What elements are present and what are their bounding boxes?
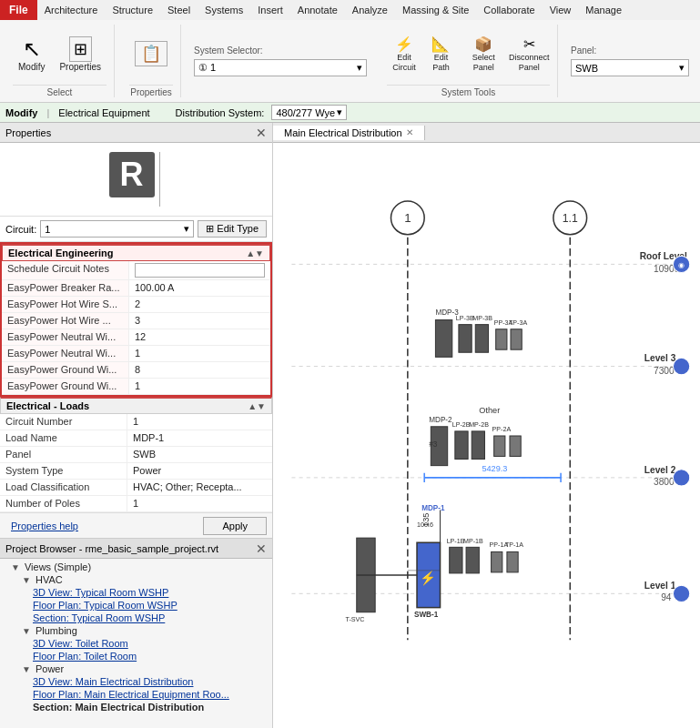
- tree-item-power[interactable]: ▼ Power: [0, 662, 272, 675]
- drawing-tab-bar: Main Electrical Distribution ✕: [273, 123, 700, 143]
- svg-text:3800: 3800: [654, 477, 675, 487]
- context-category: Electrical Equipment: [58, 107, 149, 118]
- properties-close[interactable]: ✕: [256, 126, 267, 140]
- prop-value-5: 8: [129, 362, 270, 378]
- context-separator: |: [46, 107, 49, 118]
- panel-value: SWB: [575, 63, 598, 74]
- tree-item-hvac[interactable]: ▼ HVAC: [0, 573, 272, 586]
- edit-path-icon: 📐: [431, 35, 450, 53]
- system-selector-box[interactable]: ① 1 ▾: [194, 59, 367, 76]
- tree-item-hvac-3d[interactable]: 3D View: Typical Room WSHP: [0, 586, 272, 599]
- svg-text:Level 3: Level 3: [644, 353, 676, 363]
- svg-rect-24: [435, 320, 451, 358]
- svg-rect-43: [510, 436, 521, 456]
- tree-item-hvac-section[interactable]: Section: Typical Room WSHP: [0, 612, 272, 624]
- prop-name-1: EasyPower Hot Wire S...: [2, 297, 129, 312]
- drawing-tab[interactable]: Main Electrical Distribution ✕: [273, 126, 425, 140]
- svg-text:TP-3A: TP-3A: [509, 319, 527, 327]
- circuit-select[interactable]: 1 ▾: [40, 220, 194, 238]
- tree-item-power-3d[interactable]: 3D View: Main Electrical Distribution: [0, 675, 272, 688]
- tree-item-hvac-floor[interactable]: Floor Plan: Typical Room WSHP: [0, 599, 272, 612]
- menu-steel[interactable]: Steel: [160, 0, 198, 20]
- select-section-label: Select: [13, 85, 107, 97]
- drawing-tab-label: Main Electrical Distribution: [284, 127, 402, 138]
- properties-help-link[interactable]: Properties help: [5, 519, 84, 533]
- disconnect-panel-icon: ✂: [523, 35, 535, 53]
- menu-view[interactable]: View: [543, 0, 579, 20]
- schedule-circuit-value[interactable]: [129, 261, 270, 279]
- modify-button[interactable]: ↖ Modify: [13, 33, 50, 76]
- dist-select[interactable]: 480/277 Wye ▾: [271, 105, 347, 120]
- menu-structure[interactable]: Structure: [105, 0, 160, 20]
- edit-circuit-icon: ⚡: [395, 35, 413, 53]
- electrical-eng-title: Electrical Engineering: [8, 248, 114, 258]
- tree-item-plumbing-floor[interactable]: Floor Plan: Toilet Room: [0, 650, 272, 662]
- tree-item-power-floor[interactable]: Floor Plan: Main Electrical Equipment Ro…: [0, 688, 272, 701]
- power-toggle: ▼: [22, 664, 31, 674]
- drawing-canvas[interactable]: 1 1.1 Roof Level 10900 ◉ Level 3 7300 Le…: [273, 143, 700, 728]
- menu-collaborate[interactable]: Collaborate: [476, 0, 542, 20]
- svg-text:TP-1A: TP-1A: [505, 541, 523, 549]
- file-menu[interactable]: File: [0, 0, 37, 20]
- properties-group-label: Properties: [129, 85, 173, 97]
- prop-row-1: EasyPower Hot Wire S... 2: [2, 297, 270, 313]
- load-prop-name-2: Panel: [0, 447, 127, 462]
- menu-systems[interactable]: Systems: [198, 0, 250, 20]
- menu-manage[interactable]: Manage: [578, 0, 629, 20]
- tree-item-plumbing[interactable]: ▼ Plumbing: [0, 624, 272, 637]
- tree-item-plumbing-3d[interactable]: 3D View: Toilet Room: [0, 637, 272, 650]
- tree-item-views[interactable]: ▼ Views (Simple): [0, 561, 272, 573]
- browser-close[interactable]: ✕: [256, 541, 267, 556]
- tree-item-power-section[interactable]: Section: Main Electrical Distribution: [0, 701, 272, 713]
- svg-text:Level 2: Level 2: [644, 465, 676, 475]
- menu-insert[interactable]: Insert: [250, 0, 290, 20]
- properties-content: R Circuit: 1 ▾ ⊞ Edit Type Electrical En…: [0, 143, 272, 538]
- ribbon-group-system-tools: ⚡ EditCircuit 📐 Edit Path 📦 Select Panel…: [380, 25, 558, 97]
- edit-type-button[interactable]: ⊞ Edit Type: [198, 220, 267, 238]
- drawing-tab-close[interactable]: ✕: [406, 127, 413, 137]
- panel-select[interactable]: SWB ▾: [571, 59, 689, 76]
- select-panel-icon: 📦: [474, 35, 492, 53]
- select-panel-button[interactable]: 📦 Select Panel: [461, 34, 507, 75]
- menu-massing[interactable]: Massing & Site: [395, 0, 476, 20]
- apply-button[interactable]: Apply: [203, 517, 267, 535]
- load-prop-value-5: 1: [127, 496, 272, 511]
- electrical-loads-header[interactable]: Electrical - Loads ▲▼: [0, 397, 272, 414]
- edit-circuit-button[interactable]: ⚡ EditCircuit: [387, 34, 421, 75]
- system-selector-area: System Selector: ① 1 ▾: [188, 46, 372, 76]
- svg-text:MP-2B: MP-2B: [469, 421, 489, 429]
- svg-point-17: [673, 358, 689, 374]
- electrical-eng-header[interactable]: Electrical Engineering ▲▼: [2, 244, 270, 261]
- properties-panel-button[interactable]: 📋: [129, 37, 173, 70]
- system-selector-label: System Selector:: [194, 46, 367, 56]
- views-label: Views (Simple): [25, 561, 91, 572]
- properties-icon: ⊞: [69, 36, 92, 62]
- svg-point-20: [673, 470, 689, 486]
- schedule-circuit-input[interactable]: [135, 263, 265, 278]
- edit-path-button[interactable]: 📐 Edit Path: [423, 34, 459, 75]
- circuit-selector: Circuit: 1 ▾ ⊞ Edit Type: [0, 217, 272, 242]
- panel-area: Panel: SWB ▾: [565, 46, 695, 76]
- svg-rect-30: [496, 329, 507, 349]
- svg-rect-32: [511, 329, 522, 349]
- svg-rect-58: [492, 551, 502, 571]
- electrical-loads-title: Electrical - Loads: [6, 400, 89, 411]
- main-area: Properties ✕ R Circuit: 1 ▾ ⊞ Edit Type: [0, 123, 700, 728]
- ribbon-group-properties: 📋 Properties: [122, 25, 181, 97]
- menu-architecture[interactable]: Architecture: [37, 0, 106, 20]
- hvac-label: HVAC: [36, 574, 63, 585]
- electrical-eng-section: Electrical Engineering ▲▼ Schedule Circu…: [0, 242, 272, 397]
- svg-rect-26: [459, 325, 472, 353]
- properties-button[interactable]: ⊞ Properties: [54, 33, 107, 76]
- load-prop-row-4: Load Classification HVAC; Other; Recepta…: [0, 480, 272, 496]
- plumbing-toggle: ▼: [22, 626, 31, 636]
- disconnect-panel-button[interactable]: ✂ DisconnectPanel: [508, 34, 550, 75]
- load-prop-row-3: System Type Power: [0, 463, 272, 480]
- svg-text:MDP-2: MDP-2: [429, 416, 452, 424]
- power-floor-label: Floor Plan: Main Electrical Equipment Ro…: [33, 689, 229, 700]
- hvac-floor-label: Floor Plan: Typical Room WSHP: [33, 600, 178, 611]
- prop-row-6: EasyPower Ground Wi... 1: [2, 379, 270, 395]
- svg-text:1: 1: [404, 212, 411, 226]
- menu-analyze[interactable]: Analyze: [345, 0, 395, 20]
- menu-annotate[interactable]: Annotate: [290, 0, 345, 20]
